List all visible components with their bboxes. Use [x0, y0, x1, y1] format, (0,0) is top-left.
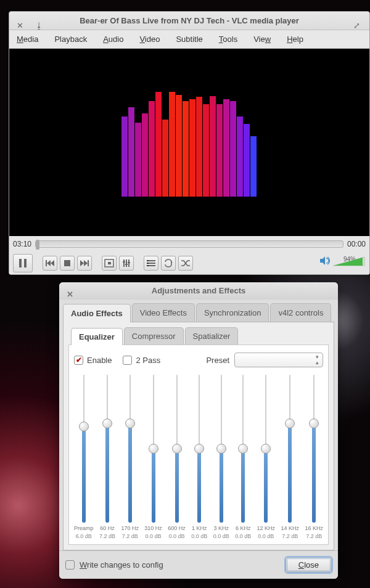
band-16khz-slider[interactable]: [308, 375, 320, 523]
svg-marker-7: [84, 260, 88, 266]
dialog-title: Adjustments and Effects: [152, 286, 245, 295]
visualizer-bar: [183, 101, 189, 197]
menu-tools[interactable]: Tools: [215, 33, 241, 46]
visualizer-bar: [223, 99, 229, 197]
tab-audio-effects[interactable]: Audio Effects: [63, 304, 131, 322]
stop-button[interactable]: [60, 256, 75, 271]
slider-label: Preamp: [74, 525, 94, 532]
band-310hz-slider[interactable]: [147, 375, 160, 523]
svg-rect-20: [147, 260, 149, 261]
video-area[interactable]: [9, 49, 369, 236]
menu-media[interactable]: Media: [13, 33, 42, 46]
two-pass-checkbox[interactable]: 2 Pass: [123, 356, 160, 365]
shuffle-button[interactable]: [178, 256, 193, 271]
band-60hz-slider[interactable]: [101, 375, 113, 523]
window-maximize-icon[interactable]: ⤢: [353, 17, 362, 25]
slider-label: 1 KHz: [192, 525, 207, 532]
prev-button[interactable]: [43, 256, 57, 271]
checkbox-icon: ✔: [74, 356, 83, 365]
menu-subtitle[interactable]: Subtitle: [172, 33, 206, 46]
close-button[interactable]: Close: [286, 557, 332, 573]
svg-marker-6: [80, 260, 84, 266]
slider-knob[interactable]: [149, 444, 158, 454]
slider-knob[interactable]: [102, 419, 112, 428]
band-600hz-slider[interactable]: [171, 375, 183, 523]
slider-knob[interactable]: [172, 444, 182, 454]
subtab-compressor[interactable]: Compressor: [124, 327, 184, 345]
svg-rect-22: [147, 265, 149, 266]
menu-playback[interactable]: Playback: [51, 33, 91, 46]
dialog-tabs: Audio EffectsVideo EffectsSynchronizatio…: [63, 303, 334, 322]
next-button[interactable]: [77, 256, 92, 271]
band-14khz-slider[interactable]: [284, 375, 296, 523]
band-6khz-slider[interactable]: [237, 375, 249, 523]
svg-rect-10: [108, 262, 111, 264]
remaining-time: 00:00: [347, 240, 366, 248]
slider-knob[interactable]: [238, 444, 248, 454]
visualizer-bar: [244, 124, 250, 197]
pause-button[interactable]: [13, 254, 33, 272]
window-titlebar[interactable]: ✕ ⭳ ⤢ Bear-er Of Bass Live from NY DJ Te…: [9, 12, 369, 30]
loop-button[interactable]: [161, 256, 176, 271]
enable-checkbox[interactable]: ✔ Enable: [74, 356, 112, 365]
subtab-spatializer[interactable]: Spatializer: [185, 327, 239, 345]
visualizer-bar: [149, 101, 155, 197]
volume-slider[interactable]: [334, 256, 364, 267]
subtab-equalizer[interactable]: Equalizer: [71, 328, 123, 345]
svg-marker-3: [47, 260, 51, 266]
seek-row: 03:10 00:00: [9, 236, 369, 252]
svg-marker-4: [51, 260, 54, 266]
slider-value: 0.0 dB: [258, 533, 274, 539]
menu-audio[interactable]: Audio: [99, 33, 127, 46]
slider-knob[interactable]: [194, 444, 204, 454]
dialog-titlebar[interactable]: ✕ Adjustments and Effects: [59, 282, 338, 300]
band-12khz-slider[interactable]: [260, 375, 272, 523]
fullscreen-button[interactable]: [102, 256, 117, 271]
audio-visualizer: [121, 86, 257, 209]
menu-video[interactable]: Video: [136, 33, 163, 46]
preamp-slider[interactable]: [78, 375, 90, 523]
visualizer-bar: [216, 104, 223, 197]
visualizer-bar: [176, 95, 182, 197]
svg-rect-14: [123, 261, 125, 263]
visualizer-bar: [203, 104, 209, 197]
tab-synchronization[interactable]: Synchronization: [196, 303, 269, 322]
slider-knob[interactable]: [79, 422, 89, 431]
slider-knob[interactable]: [285, 419, 295, 428]
write-changes-checkbox[interactable]: Write changes to config: [65, 560, 163, 570]
seek-bar[interactable]: [35, 240, 343, 248]
visualizer-bar: [250, 136, 257, 197]
tab-v4l2-controls[interactable]: v4l2 controls: [270, 303, 331, 322]
slider-knob[interactable]: [216, 444, 226, 454]
slider-label: 3 KHz: [213, 525, 229, 532]
menu-help[interactable]: Help: [283, 33, 307, 46]
slider-value: 0.0 dB: [213, 533, 229, 539]
svg-rect-0: [19, 259, 22, 267]
svg-rect-16: [128, 262, 130, 263]
seek-knob[interactable]: [36, 240, 39, 250]
slider-knob[interactable]: [125, 419, 135, 428]
band-3khz-slider[interactable]: [215, 375, 228, 523]
extended-settings-button[interactable]: [119, 256, 134, 271]
speaker-icon[interactable]: [320, 256, 330, 267]
vlc-player-window: ✕ ⭳ ⤢ Bear-er Of Bass Live from NY DJ Te…: [9, 11, 370, 275]
dialog-close-icon[interactable]: ✕: [65, 286, 74, 303]
band-1khz-slider[interactable]: [193, 375, 205, 523]
slider-knob[interactable]: [309, 419, 319, 428]
tab-video-effects[interactable]: Video Effects: [132, 303, 195, 322]
menu-view[interactable]: View: [250, 33, 274, 46]
window-close-icon[interactable]: ✕: [17, 17, 25, 25]
svg-rect-11: [123, 259, 125, 267]
visualizer-bar: [169, 92, 175, 197]
window-minimize-icon[interactable]: ⭳: [35, 17, 44, 25]
slider-label: 60 Hz: [100, 525, 115, 532]
preset-select[interactable]: [234, 353, 323, 367]
visualizer-bar: [196, 97, 202, 197]
slider-knob[interactable]: [261, 444, 271, 454]
transport-controls: 94%: [9, 252, 369, 274]
slider-label: 14 KHz: [281, 525, 300, 532]
playlist-button[interactable]: [144, 256, 158, 271]
slider-value: 7.2 dB: [99, 533, 115, 539]
visualizer-bar: [128, 107, 134, 197]
band-170hz-slider[interactable]: [124, 375, 136, 523]
